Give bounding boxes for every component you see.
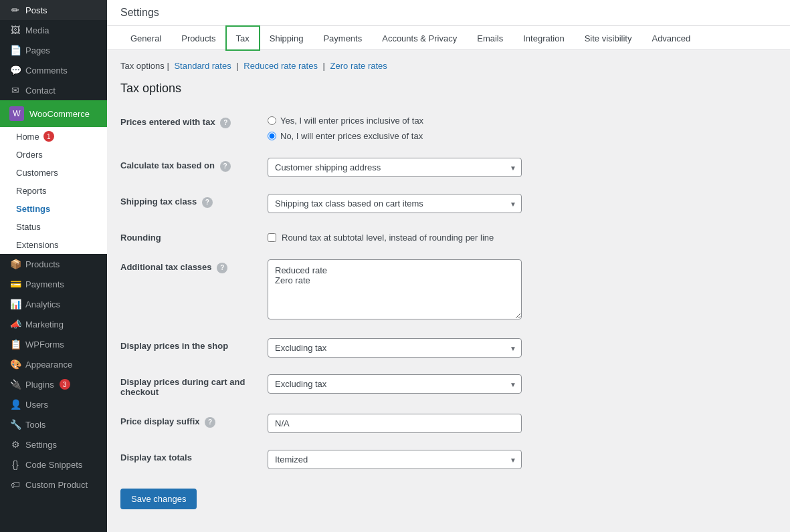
additional-tax-classes-textarea[interactable]: Reduced rate Zero rate <box>268 259 522 319</box>
sidebar-item-contact[interactable]: ✉ Contact <box>0 80 107 100</box>
tab-emails[interactable]: Emails <box>467 26 513 50</box>
posts-icon: ✏ <box>9 5 21 15</box>
settings-label: Settings <box>16 204 50 214</box>
tab-general[interactable]: General <box>120 26 171 50</box>
tab-payments[interactable]: Payments <box>313 26 372 50</box>
sidebar-item-pages[interactable]: 📄 Pages <box>0 40 107 60</box>
sidebar-item-comments[interactable]: 💬 Comments <box>0 60 107 80</box>
sidebar-item-analytics[interactable]: 📊 Analytics <box>0 294 107 314</box>
sidebar-item-marketing[interactable]: 📣 Marketing <box>0 314 107 334</box>
radio-inclusive-input[interactable] <box>268 116 276 125</box>
sidebar-item-products[interactable]: 📦 Products <box>0 254 107 274</box>
zero-rate-link[interactable]: Zero rate rates <box>330 61 387 71</box>
reduced-rate-link[interactable]: Reduced rate rates <box>243 61 318 71</box>
select-display-prices-shop[interactable]: Including taxExcluding tax <box>268 338 522 358</box>
sidebar-item-label: Comments <box>25 65 68 76</box>
tax-links-sep1: | <box>167 61 169 71</box>
tax-links: Tax options | Standard rates | Reduced r… <box>120 61 777 71</box>
sidebar-item-media[interactable]: 🖼 Media <box>0 20 107 40</box>
price-display-suffix-input[interactable] <box>268 414 522 433</box>
help-icon-shipping-class[interactable]: ? <box>202 197 213 208</box>
payments-icon: 💳 <box>9 279 21 289</box>
row-rounding: Rounding Round tax at subtotal level, in… <box>120 222 777 251</box>
marketing-icon: 📣 <box>9 319 21 329</box>
analytics-icon: 📊 <box>9 299 21 309</box>
tab-tax[interactable]: Tax <box>226 26 260 50</box>
label-display-tax-totals: Display tax totals <box>120 450 268 462</box>
reports-label: Reports <box>16 186 47 196</box>
radio-exclusive-input[interactable] <box>268 132 276 140</box>
code-icon: {} <box>9 459 21 470</box>
sidebar-sub-extensions[interactable]: Extensions <box>0 236 107 254</box>
status-label: Status <box>16 222 41 232</box>
sidebar-item-plugins[interactable]: 🔌 Plugins 3 <box>0 374 107 394</box>
sidebar-item-code-snippets[interactable]: {} Code Snippets <box>0 454 107 475</box>
sidebar-item-custom-product[interactable]: 🏷 Custom Product <box>0 475 107 495</box>
page-header: Settings <box>107 0 790 26</box>
value-display-tax-totals: ItemizedAs a single total ▼ <box>268 450 777 469</box>
contact-icon: ✉ <box>9 85 21 96</box>
tools-icon: 🔧 <box>9 419 21 430</box>
tab-advanced[interactable]: Advanced <box>641 26 700 50</box>
sidebar-item-label: Custom Product <box>25 480 88 490</box>
sidebar-item-appearance[interactable]: 🎨 Appearance <box>0 354 107 374</box>
sidebar-item-wpforms[interactable]: 📋 WPForms <box>0 334 107 354</box>
row-display-tax-totals: Display tax totals ItemizedAs a single t… <box>120 442 777 478</box>
sidebar-item-woocommerce[interactable]: W WooCommerce <box>0 100 107 127</box>
label-shipping-tax-class: Shipping tax class ? <box>120 194 268 208</box>
settings-icon: ⚙ <box>9 439 21 450</box>
help-icon-calc[interactable]: ? <box>220 161 231 172</box>
select-display-prices-cart[interactable]: Including taxExcluding tax <box>268 374 522 394</box>
home-badge: 1 <box>43 131 54 142</box>
tax-links-sep2: | <box>236 61 238 71</box>
tab-products[interactable]: Products <box>171 26 225 50</box>
save-changes-button[interactable]: Save changes <box>120 489 197 509</box>
extensions-label: Extensions <box>16 240 59 250</box>
select-wrap-display-prices-cart: Including taxExcluding tax ▼ <box>268 374 522 394</box>
checkbox-rounding[interactable]: Round tax at subtotal level, instead of … <box>268 233 777 243</box>
sidebar-item-settings[interactable]: ⚙ Settings <box>0 434 107 454</box>
sidebar-sub-reports[interactable]: Reports <box>0 182 107 200</box>
value-calculate-tax: Customer shipping addressCustomer billin… <box>268 158 777 177</box>
wpforms-icon: 📋 <box>9 339 21 350</box>
standard-rates-link[interactable]: Standard rates <box>174 61 231 71</box>
plugins-badge: 3 <box>60 379 70 390</box>
select-wrap-shipping-class: Shipping tax class based on cart itemsSt… <box>268 194 522 213</box>
sidebar-sub-customers[interactable]: Customers <box>0 164 107 182</box>
sidebar-item-users[interactable]: 👤 Users <box>0 394 107 414</box>
tab-integration[interactable]: Integration <box>513 26 574 50</box>
select-calculate-tax[interactable]: Customer shipping addressCustomer billin… <box>268 158 522 177</box>
custom-product-icon: 🏷 <box>9 479 21 490</box>
sidebar-item-label: Posts <box>25 5 47 15</box>
sidebar-item-label: Marketing <box>25 319 64 329</box>
label-price-display-suffix: Price display suffix ? <box>120 414 268 428</box>
tax-content: Tax options | Standard rates | Reduced r… <box>107 50 790 520</box>
select-wrap-display-prices-shop: Including taxExcluding tax ▼ <box>268 338 522 358</box>
sidebar-item-label: Appearance <box>25 360 72 370</box>
row-display-prices-cart: Display prices during cart and checkout … <box>120 366 777 406</box>
radio-inclusive[interactable]: Yes, I will enter prices inclusive of ta… <box>268 116 777 126</box>
sidebar-item-posts[interactable]: ✏ Posts <box>0 0 107 20</box>
label-prices-entered-with-tax: Prices entered with tax ? <box>120 114 268 128</box>
row-calculate-tax-based-on: Calculate tax based on ? Customer shippi… <box>120 150 777 186</box>
rounding-checkbox[interactable] <box>268 233 276 242</box>
select-display-tax-totals[interactable]: ItemizedAs a single total <box>268 450 522 469</box>
sidebar-item-label: WPForms <box>25 340 64 350</box>
radio-group-prices: Yes, I will enter prices inclusive of ta… <box>268 116 777 141</box>
sidebar-item-tools[interactable]: 🔧 Tools <box>0 414 107 434</box>
tab-shipping[interactable]: Shipping <box>260 26 314 50</box>
tab-site-visibility[interactable]: Site visibility <box>575 26 642 50</box>
sidebar-item-label: Analytics <box>25 299 60 309</box>
tab-accounts-privacy[interactable]: Accounts & Privacy <box>372 26 467 50</box>
select-shipping-tax-class[interactable]: Shipping tax class based on cart itemsSt… <box>268 194 522 213</box>
sidebar-sub-orders[interactable]: Orders <box>0 146 107 164</box>
sidebar-sub-status[interactable]: Status <box>0 218 107 236</box>
help-icon-prices[interactable]: ? <box>220 118 231 128</box>
sidebar-sub-home[interactable]: Home 1 <box>0 127 107 146</box>
radio-exclusive[interactable]: No, I will enter prices exclusive of tax <box>268 131 777 141</box>
sidebar-item-payments[interactable]: 💳 Payments <box>0 274 107 294</box>
sidebar-item-label: Pages <box>25 45 50 55</box>
sidebar-sub-settings[interactable]: Settings <box>0 200 107 218</box>
help-icon-additional[interactable]: ? <box>217 263 227 273</box>
help-icon-suffix[interactable]: ? <box>205 417 215 428</box>
